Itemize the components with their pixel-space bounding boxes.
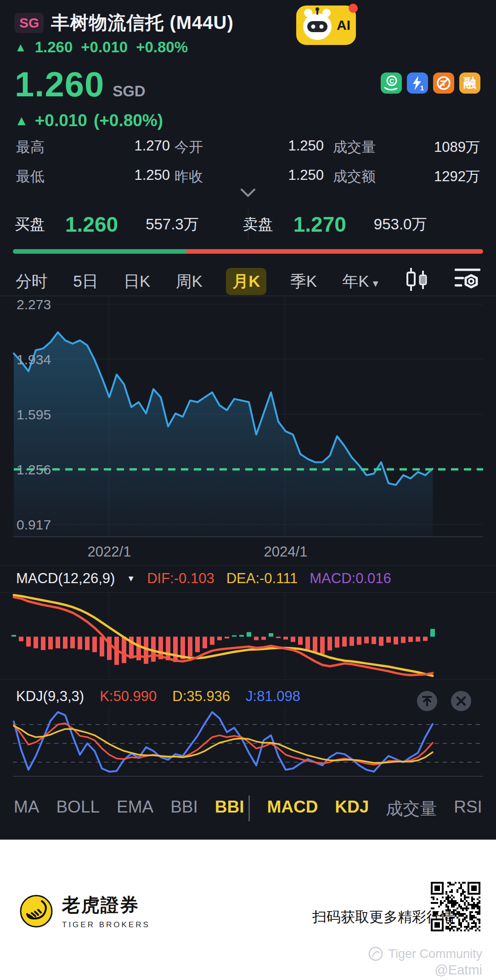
ask-volume: 953.0万 [374,214,427,235]
up-triangle-icon: ▲ [15,114,28,128]
svg-text:2024/1: 2024/1 [264,544,308,560]
svg-text:2022/1: 2022/1 [88,544,131,560]
indicator-tab-kdj[interactable]: KDJ [335,797,369,817]
tab-yearly-k[interactable]: 年K▼ [340,268,382,295]
stat-value: 1.250 [288,167,324,186]
macd-chart[interactable] [0,593,496,679]
notification-dot [349,4,358,13]
indicator-tab-bar: MABOLLEMABBIBBIMACDKDJ成交量RSI [14,797,482,821]
margin-icon[interactable]: 融 [459,72,480,94]
tiger-community-logo [368,946,383,962]
tab-quarterly-k[interactable]: 季K [288,268,319,295]
expand-chevron-button[interactable] [232,187,264,204]
quote-stats: 最高1.270 今开1.250 成交量1089万 最低1.250 昨收1.250… [16,138,480,186]
watermark-community: Tiger Community [368,946,482,962]
margin-icon-char: 融 [463,74,476,92]
indicator-tab-boll[interactable]: BOLL [56,797,100,817]
indicator-tab-成交量[interactable]: 成交量 [386,797,437,820]
indicator-tab-ma[interactable]: MA [14,797,39,817]
stat-label: 昨收 [175,167,203,186]
period-tab-bar: 分时 5日 日K 周K 月K 季K 年K▼ [14,264,482,298]
qr-code [431,882,480,931]
ai-assistant-button[interactable]: AI [296,6,356,45]
footer-banner: 老虎證券 TIGER BROKERS 扫码获取更多精彩行情 Tiger Comm… [0,840,496,980]
stat-label: 最高 [16,138,45,157]
bid-volume: 557.3万 [146,214,199,235]
order-book-divider [248,209,248,240]
header-change-row: ▲ 1.260 +0.010 +0.80% [15,39,188,56]
ask-price[interactable]: 1.270 [293,212,346,237]
brand-block: 老虎證券 TIGER BROKERS [19,892,150,930]
svg-text:1: 1 [420,84,424,92]
indicator-tab-rsi[interactable]: RSI [454,797,482,817]
brand-name-en: TIGER BROKERS [62,920,150,930]
kdj-k-value: K:50.990 [100,688,157,705]
market-badge: SG [15,13,44,33]
quote-change-percent: (+0.80%) [94,111,163,130]
macd-macd-value: MACD:0.016 [310,570,391,587]
stat-value: 1089万 [434,138,480,157]
ask-label: 卖盘 [243,214,273,235]
kdj-j-value: J:81.098 [246,688,300,705]
kdj-chart[interactable] [0,707,496,781]
indicator-tab-bbi[interactable]: BBI [170,797,198,817]
candlestick-style-button[interactable] [404,264,431,298]
kdj-d-value: D:35.936 [172,688,230,705]
indicator-tab-bbi[interactable]: BBI [215,797,250,821]
bid-ask-ratio-bar [13,249,483,254]
chevron-down-icon: ▼ [127,574,135,584]
header-change-percent: +0.80% [136,39,188,56]
tab-monthly-k[interactable]: 月K [226,268,266,295]
macd-name[interactable]: MACD(12,26,9) [16,570,115,587]
chevron-down-icon [239,187,257,198]
stat-value: 1.250 [288,138,324,157]
no-commission-icon[interactable] [433,72,454,94]
indicator-tab-ema[interactable]: EMA [117,797,153,817]
svg-text:0.917: 0.917 [17,517,51,532]
svg-text:1.595: 1.595 [17,407,51,422]
header-price: 1.260 [35,39,73,56]
settings-lines-gear-icon [455,267,480,292]
stat-value: 1.270 [134,138,170,157]
bid-label: 买盘 [15,214,45,235]
ai-label: AI [337,17,350,33]
bid-ratio-segment [13,249,186,254]
svg-text:1.934: 1.934 [17,352,51,367]
page-title: 丰树物流信托 (M44U) [51,10,233,35]
stat-value: 1.250 [134,167,170,186]
feature-icon-row: C 1 融 [381,72,480,94]
indicator-group-divider [248,796,250,821]
macd-header[interactable]: MACD(12,26,9) ▼ DIF:-0.103 DEA:-0.111 MA… [16,570,391,587]
svg-text:1.256: 1.256 [17,462,51,477]
brand-name-cn: 老虎證券 [62,892,150,918]
price-line-chart[interactable]: 2.2731.9341.5951.2560.9172022/12024/1 [0,296,496,570]
svg-text:2.273: 2.273 [17,297,51,312]
kdj-name[interactable]: KDJ(9,3,3) [16,688,84,705]
stat-label: 成交额 [333,167,376,186]
tab-weekly-k[interactable]: 周K [174,268,204,295]
tab-minute[interactable]: 分时 [14,268,50,295]
tab-5day[interactable]: 5日 [71,268,100,295]
cash-dividend-icon[interactable]: C [381,72,402,94]
stock-detail-screen: SG 丰树物流信托 (M44U) ▲ 1.260 +0.010 +0.80% A… [0,0,496,980]
indicator-settings-button[interactable] [453,264,482,298]
watermark-text: Tiger Community [388,947,482,961]
flash-order-icon[interactable]: 1 [407,72,428,94]
stat-value: 1292万 [434,167,480,186]
watermark-handle: @Eatmi [434,963,482,978]
stat-label: 最低 [16,167,45,186]
close-icon [456,696,467,707]
stat-label: 今开 [175,138,203,157]
bid-price[interactable]: 1.260 [65,212,118,237]
tab-daily-k[interactable]: 日K [122,268,152,295]
robot-mascot-icon [296,6,338,45]
current-price: 1.260 [15,64,104,104]
macd-dea-value: DEA:-0.111 [226,570,298,587]
arrow-up-bar-icon [421,695,433,707]
indicator-tab-macd[interactable]: MACD [267,797,318,817]
quote-change-row: ▲ +0.010 (+0.80%) [15,111,163,130]
header-change-amount: +0.010 [81,39,128,56]
currency-label: SGD [113,83,146,100]
quote-change-amount: +0.010 [35,111,87,130]
stat-label: 成交量 [333,138,376,157]
